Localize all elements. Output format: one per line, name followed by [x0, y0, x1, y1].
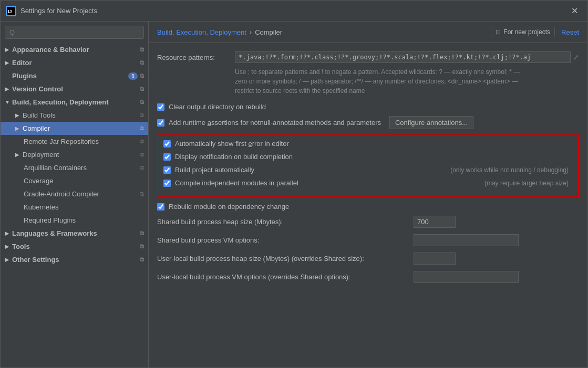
sidebar-item-required-plugins[interactable]: Required Plugins [1, 214, 148, 227]
build-auto-checkbox[interactable] [163, 166, 171, 174]
auto-show-error-row: Automatically show first error in editor [163, 140, 573, 148]
main-content: ▶ Appearance & Behavior ⧉ ▶ Editor ⧉ ▶ P… [1, 22, 587, 367]
for-new-projects-badge: ⊡ For new projects [491, 27, 555, 37]
shared-vm-input[interactable] [414, 234, 519, 246]
sidebar-item-tools[interactable]: ▶ Tools ⧉ [1, 240, 148, 253]
compile-parallel-label[interactable]: Compile independent modules in parallel [175, 179, 298, 187]
resource-patterns-row: Resource patterns: ⤢ [157, 51, 579, 63]
sidebar-item-build-execution[interactable]: ▼ Build, Execution, Deployment ⧉ [1, 96, 148, 109]
sidebar-item-editor[interactable]: ▶ Editor ⧉ [1, 56, 148, 69]
copy-icon: ⧉ [140, 164, 144, 171]
arrow-icon: ▶ [15, 112, 20, 118]
titlebar: IJ Settings for New Projects ✕ [1, 1, 587, 22]
clear-output-row: Clear output directory on rebuild [157, 103, 579, 111]
breadcrumb-part1[interactable]: Build, Execution, Deployment [157, 28, 246, 36]
hint-line2: zero or more symbols; / — path separator… [235, 78, 518, 85]
user-vm-label: User-local build process VM options (ove… [157, 273, 409, 281]
sidebar-item-plugins[interactable]: ▶ Plugins 1 ⧉ [1, 69, 148, 82]
runtime-assertions-label: Add runtime assertions for notnull-annot… [169, 119, 381, 127]
reset-button[interactable]: Reset [561, 28, 579, 36]
sidebar-item-appearance[interactable]: ▶ Appearance & Behavior ⧉ [1, 43, 148, 56]
arrow-icon: ▶ [5, 257, 10, 262]
auto-show-error-label: Automatically show first error in editor [175, 140, 289, 148]
arrow-icon: ▶ [5, 86, 10, 92]
auto-show-error-checkbox[interactable] [163, 140, 171, 148]
copy-icon: ⧉ [140, 112, 144, 119]
sidebar-item-kubernetes[interactable]: Kubernetes [1, 201, 148, 214]
breadcrumb-current: Compiler [255, 28, 282, 36]
plugin-badge: 1 [128, 72, 138, 80]
sidebar-item-label: Languages & Frameworks [12, 229, 97, 237]
copy-icon: ⧉ [140, 230, 144, 237]
arrow-icon: ▶ [5, 230, 10, 236]
panel-header: Build, Execution, Deployment › Compiler … [149, 22, 587, 43]
search-input[interactable] [5, 26, 144, 39]
sidebar-item-deployment[interactable]: ▶ Deployment ⧉ [1, 148, 148, 161]
arrow-icon: ▶ [15, 152, 20, 157]
copy-icon: ⧉ [140, 243, 144, 250]
arrow-icon: ▶ [5, 47, 10, 52]
shared-heap-row: Shared build process heap size (Mbytes): [157, 216, 579, 228]
sidebar-item-build-tools[interactable]: ▶ Build Tools ⧉ [1, 109, 148, 122]
sidebar-item-label: Coverage [24, 177, 53, 185]
sidebar-item-languages[interactable]: ▶ Languages & Frameworks ⧉ [1, 227, 148, 240]
build-auto-note: (only works while not running / debuggin… [450, 166, 573, 174]
sidebar-item-label: Kubernetes [24, 203, 59, 211]
user-vm-row: User-local build process VM options (ove… [157, 271, 579, 283]
sidebar-item-gradle-android[interactable]: Gradle-Android Compiler ⧉ [1, 187, 148, 201]
display-notification-label[interactable]: Display notification on build completion [175, 153, 293, 161]
sidebar-item-label: Plugins [12, 72, 37, 80]
sidebar-item-label: Arquillian Containers [24, 164, 87, 172]
compile-parallel-note: (may require larger heap size) [484, 180, 573, 187]
close-button[interactable]: ✕ [567, 4, 582, 18]
sidebar-item-other-settings[interactable]: ▶ Other Settings ⧉ [1, 253, 148, 266]
copy-icon: ⧉ [140, 86, 144, 92]
sidebar-item-arquillian[interactable]: Arquillian Containers ⧉ [1, 161, 148, 174]
hint-text: Use ; to separate patterns and ! to nega… [157, 67, 579, 96]
sidebar-item-label: Build Tools [23, 111, 56, 119]
sidebar-item-label: Other Settings [12, 256, 59, 264]
compile-parallel-row: Compile independent modules in parallel … [163, 179, 573, 187]
sidebar-item-label: Required Plugins [24, 216, 76, 224]
copy-icon: ⧉ [140, 125, 144, 132]
display-notification-checkbox[interactable] [163, 153, 171, 161]
sidebar-item-coverage[interactable]: Coverage [1, 174, 148, 187]
sidebar-item-label: Remote Jar Repositories [24, 138, 99, 145]
copy-icon: ⧉ [140, 59, 144, 66]
copy-icon: ⧉ [140, 256, 144, 263]
sidebar-item-label: Build, Execution, Deployment [12, 98, 108, 106]
copy-icon: ⧉ [140, 99, 144, 106]
sidebar-item-label: Editor [12, 59, 32, 67]
resource-patterns-input[interactable] [235, 51, 571, 63]
configure-annotations-button[interactable]: Configure annotations... [389, 116, 473, 129]
arrow-icon: ▼ [5, 99, 10, 105]
window-title: Settings for New Projects [20, 7, 567, 15]
build-auto-row: Build project automatically (only works … [163, 166, 573, 174]
clear-output-label[interactable]: Clear output directory on rebuild [169, 103, 266, 111]
copy-icon: ⧉ [140, 191, 144, 197]
arrow-icon: ▶ [5, 244, 10, 249]
shared-heap-input[interactable] [414, 216, 456, 228]
copy-icon: ⧉ [140, 72, 144, 79]
user-heap-input[interactable] [414, 253, 456, 265]
arrow-icon: ▶ [5, 60, 10, 66]
svg-text:IJ: IJ [8, 9, 12, 14]
build-auto-label[interactable]: Build project automatically [175, 166, 254, 174]
compile-parallel-checkbox[interactable] [163, 180, 171, 187]
rebuild-on-change-label[interactable]: Rebuild module on dependency change [169, 203, 289, 211]
user-vm-input[interactable] [414, 271, 519, 283]
resource-patterns-label: Resource patterns: [157, 51, 231, 61]
runtime-assertions-checkbox[interactable] [157, 119, 164, 127]
user-heap-row: User-local build process heap size (Mbyt… [157, 253, 579, 265]
clear-output-checkbox[interactable] [157, 103, 164, 111]
sidebar-item-compiler[interactable]: ▶ Compiler ⧉ [1, 122, 148, 135]
rebuild-on-change-checkbox[interactable] [157, 203, 164, 211]
sidebar-item-label: Deployment [23, 151, 59, 159]
expand-icon[interactable]: ⤢ [573, 53, 579, 61]
arrow-icon: ▶ [15, 125, 20, 131]
shared-vm-label: Shared build process VM options: [157, 236, 409, 244]
sidebar-item-version-control[interactable]: ▶ Version Control ⧉ [1, 82, 148, 96]
shared-heap-label: Shared build process heap size (Mbytes): [157, 218, 409, 226]
rebuild-on-change-row: Rebuild module on dependency change [157, 203, 579, 211]
sidebar-item-remote-jar[interactable]: Remote Jar Repositories ⧉ [1, 135, 148, 148]
